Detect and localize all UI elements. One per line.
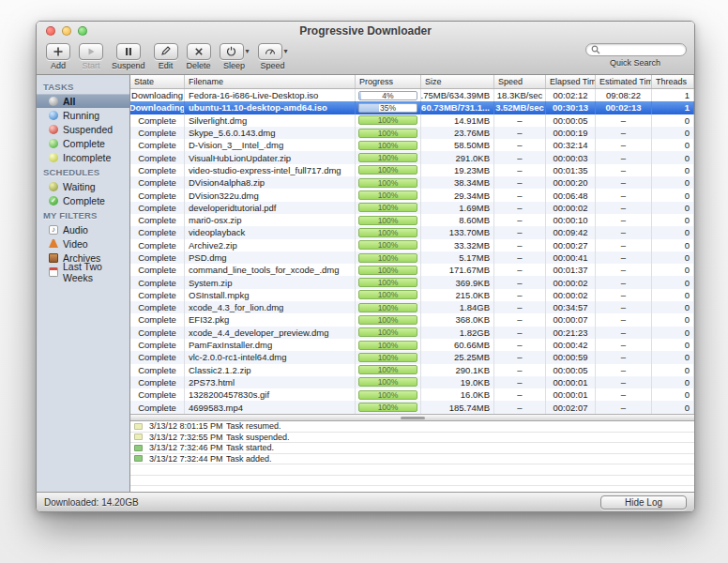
sidebar-item-complete[interactable]: ✓Complete	[37, 193, 129, 207]
task-row[interactable]: Completexcode_4.3_for_lion.dmg100%1.84GB…	[130, 301, 694, 313]
cell-speed: –	[494, 127, 546, 139]
cell-estimated: –	[596, 401, 652, 413]
minimize-button[interactable]	[62, 26, 71, 36]
toolbar-button-group: AddStartSuspendEditDelete▾Sleep▾Speed	[46, 42, 296, 70]
sidebar-item-incomplete[interactable]: Incomplete	[37, 150, 129, 164]
sidebar-item-waiting[interactable]: Waiting	[37, 179, 129, 193]
task-row[interactable]: CompleteArchive2.zip100%33.32MB–00:00:27…	[130, 239, 694, 251]
task-row[interactable]: Completedeveloperidtutorial.pdf100%1.69M…	[130, 202, 694, 214]
cell-elapsed: 00:00:07	[546, 313, 596, 326]
log-entry[interactable]: 3/13/12 8:01:15 PMTask resumed.	[130, 421, 694, 433]
column-header-elapsed-time[interactable]: Elapsed Time	[546, 75, 596, 88]
column-header-state[interactable]: State	[130, 75, 185, 88]
speed-button[interactable]	[258, 43, 282, 60]
cell-filename: Classic2.1.2.zip	[185, 364, 356, 376]
add-button[interactable]	[46, 43, 70, 60]
cell-speed: –	[494, 251, 546, 264]
hide-log-button[interactable]: Hide Log	[600, 495, 687, 510]
cell-estimated: –	[596, 264, 652, 276]
cell-filename: Archive2.zip	[185, 239, 356, 251]
log-entry[interactable]: 3/13/12 7:32:44 PMTask added.	[130, 454, 694, 465]
column-header-speed[interactable]: Speed	[494, 75, 546, 88]
task-row[interactable]: Completevideoplayback100%133.70MB–00:09:…	[130, 226, 694, 238]
zoom-button[interactable]	[78, 26, 87, 36]
chevron-down-icon[interactable]: ▾	[246, 47, 250, 55]
task-row[interactable]: CompletePamFaxInstaller.dmg100%60.66MB–0…	[130, 339, 694, 351]
task-row[interactable]: DownloadingFedora-16-i686-Live-Desktop.i…	[130, 89, 694, 101]
task-row[interactable]: Complete2PS73.html100%19.0KB–00:00:01–0	[130, 376, 694, 388]
cell-threads: 0	[652, 264, 694, 276]
task-row[interactable]: Downloadingubuntu-11.10-desktop-amd64.is…	[130, 101, 694, 114]
sidebar-item-all[interactable]: All	[37, 94, 129, 108]
column-header-progress[interactable]: Progress	[356, 75, 421, 88]
cell-estimated: –	[596, 251, 652, 264]
play-icon	[86, 47, 96, 56]
task-row[interactable]: Completevideo-studio-express-intel_full7…	[130, 164, 694, 176]
sidebar-item-complete[interactable]: Complete	[37, 136, 129, 150]
sidebar-item-audio[interactable]: ♪Audio	[37, 222, 129, 236]
task-row[interactable]: CompleteVisualHubLionUpdater.zip100%291.…	[130, 151, 694, 163]
task-row[interactable]: CompleteEFI32.pkg100%368.0KB–00:00:07–0	[130, 313, 694, 326]
search-input[interactable]	[585, 43, 687, 56]
cell-threads: 0	[652, 127, 694, 139]
sidebar-item-running[interactable]: Running	[37, 108, 129, 122]
task-row[interactable]: CompleteSilverlight.dmg100%14.91MB–00:00…	[130, 114, 694, 127]
cell-state: Complete	[130, 276, 185, 288]
task-row[interactable]: CompleteDVision4alpha8.zip100%38.34MB–00…	[130, 176, 694, 189]
cell-filename: Silverlight.dmg	[185, 114, 356, 127]
sleep-button[interactable]	[220, 43, 244, 60]
task-row[interactable]: Completevlc-2.0.0-rc1-intel64.dmg100%25.…	[130, 351, 694, 363]
cell-state: Complete	[130, 351, 185, 363]
task-row[interactable]: CompletePSD.dmg100%5.17MB–00:00:41–0	[130, 251, 694, 264]
window-chrome: Progressive Downloader AddStartSuspendEd…	[37, 22, 694, 75]
edit-button[interactable]	[154, 43, 178, 60]
task-row[interactable]: CompleteSystem.zip100%369.9KB–00:00:02–0	[130, 276, 694, 288]
suspend-button[interactable]	[116, 43, 141, 60]
sidebar-item-last-two-weeks[interactable]: Last Two Weeks	[37, 265, 129, 279]
log-entry[interactable]: 3/13/12 7:32:55 PMTask suspended.	[130, 433, 694, 444]
progress-label: 100%	[359, 204, 417, 212]
cell-elapsed: 00:00:59	[546, 351, 596, 363]
cell-filename: D-Vision_3__Intel_.dmg	[185, 139, 356, 151]
start-button[interactable]	[79, 43, 103, 60]
cell-threads: 0	[652, 276, 694, 288]
cell-progress: 100%	[356, 339, 421, 351]
progress-bar: 100%	[358, 403, 417, 412]
column-header-threads[interactable]: Threads	[652, 75, 694, 88]
task-row[interactable]: Complete4699583.mp4100%185.74MB–00:02:07…	[130, 401, 694, 413]
cell-size: 5.17MB	[421, 251, 494, 264]
table-log-splitter[interactable]	[130, 414, 694, 421]
close-button[interactable]	[46, 26, 55, 36]
column-header-size[interactable]: Size	[421, 75, 494, 88]
check-green-icon: ✓	[49, 196, 58, 205]
task-row[interactable]: CompleteClassic2.1.2.zip100%290.1KB–00:0…	[130, 364, 694, 376]
cell-size: 1.84GB	[421, 301, 494, 313]
column-header-estimated-time[interactable]: Estimated Time	[596, 75, 652, 88]
task-row[interactable]: Completexcode_4.4_developer_preview.dmg1…	[130, 327, 694, 339]
task-row[interactable]: CompleteDVision322u.dmg100%29.34MB–00:06…	[130, 189, 694, 201]
titlebar[interactable]: Progressive Downloader	[37, 22, 694, 40]
sidebar-item-video[interactable]: Video	[37, 236, 129, 251]
cell-estimated: –	[596, 351, 652, 363]
progress-label: 100%	[359, 129, 417, 138]
task-row[interactable]: CompleteSkype_5.6.0.143.dmg100%23.76MB–0…	[130, 127, 694, 139]
sidebar-item-label: Waiting	[63, 181, 96, 192]
task-row[interactable]: Completecommand_line_tools_for_xcode_.dm…	[130, 264, 694, 276]
cell-elapsed: 00:30:13	[546, 101, 596, 114]
sidebar-item-suspended[interactable]: Suspended	[37, 122, 129, 136]
cell-elapsed: 00:01:35	[546, 164, 596, 176]
pause-icon	[124, 47, 133, 56]
log-entry[interactable]: 3/13/12 7:32:46 PMTask started.	[130, 443, 694, 454]
task-row[interactable]: CompleteOSInstall.mpkg100%215.0KB–00:00:…	[130, 289, 694, 301]
cell-estimated: 00:02:13	[596, 101, 652, 114]
column-header-filename[interactable]: Filename	[185, 75, 356, 88]
cell-speed: 3.52MB/sec	[494, 101, 546, 114]
chevron-down-icon[interactable]: ▾	[284, 47, 288, 55]
task-row[interactable]: Complete1328200457830s.gif100%16.0KB–00:…	[130, 388, 694, 401]
cell-threads: 0	[652, 301, 694, 313]
log-panel: 3/13/12 8:01:15 PMTask resumed.3/13/12 7…	[130, 421, 694, 492]
task-row[interactable]: CompleteD-Vision_3__Intel_.dmg100%58.50M…	[130, 139, 694, 151]
task-row[interactable]: Completemari0-osx.zip100%8.60MB–00:00:10…	[130, 214, 694, 226]
delete-button[interactable]	[187, 43, 211, 60]
cell-filename: 1328200457830s.gif	[185, 388, 356, 401]
